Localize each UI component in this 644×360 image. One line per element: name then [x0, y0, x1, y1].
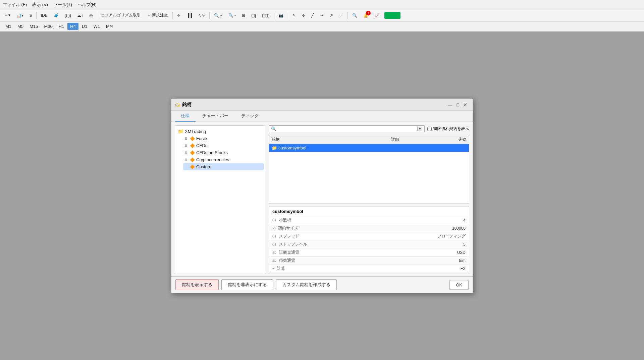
- tree-panel: 📁 XMTrading ⊞ 🔶 Forex ⊞ 🔶 CFD: [175, 125, 265, 273]
- crypto-icon: 🔶: [190, 158, 195, 162]
- market-btn[interactable]: 📈: [372, 11, 382, 20]
- tf-m15[interactable]: M15: [27, 23, 41, 30]
- tree-crypto[interactable]: ⊞ 🔶 Cryptocurrencies: [183, 156, 264, 163]
- sep4: [209, 12, 210, 19]
- info-calc-text: 計算: [277, 266, 285, 271]
- ide-btn[interactable]: IDE: [39, 11, 50, 20]
- custom-icon: 🔶: [190, 165, 195, 169]
- menu-help[interactable]: ヘルプ(H): [77, 2, 97, 8]
- info-spread-text: スプレッド: [279, 234, 299, 238]
- tree-cfds-stocks-label: CFDs on Stocks: [196, 150, 228, 155]
- tab-spec[interactable]: 仕様: [175, 111, 196, 122]
- table-row[interactable]: 📁 customsymbol: [269, 144, 469, 152]
- tf-m30[interactable]: M30: [41, 23, 55, 30]
- arrow2-btn[interactable]: ↗: [327, 11, 335, 20]
- indicator-icon: 📊▾: [16, 13, 23, 18]
- tf-h4[interactable]: H4: [67, 23, 78, 30]
- dialog-footer: 銘柄を表示する 銘柄を非表示にする カスタム銘柄を作成する OK: [171, 276, 473, 293]
- search-icon: 🔍: [271, 126, 276, 131]
- new-order-btn[interactable]: ＋ 銘柄を表示する 新規注文: [145, 11, 170, 20]
- period-sep-btn[interactable]: ◫|: [249, 11, 258, 20]
- tf-h1[interactable]: H1: [56, 23, 67, 30]
- expired-check-label[interactable]: 期限切れ契約を表示: [427, 126, 469, 132]
- info-digits-text: 小数桁: [279, 218, 291, 222]
- dialog-overlay: 🗂 銘柄 — □ ✕ 仕様 チャートバー ティック 📁 XMTra: [0, 32, 644, 360]
- tf-m5[interactable]: M5: [15, 23, 26, 30]
- expired-check-input[interactable]: [427, 127, 432, 131]
- dialog-close-btn[interactable]: ✕: [461, 101, 469, 108]
- zoom-out-btn[interactable]: 🔍-: [226, 11, 238, 20]
- dialog-tabs: 仕様 チャートバー ティック: [171, 111, 473, 122]
- menu-view[interactable]: 表示 (V): [32, 2, 48, 8]
- package-btn[interactable]: 🧳: [51, 11, 61, 20]
- dialog-title-icon: 🗂: [175, 102, 180, 108]
- tf-m1[interactable]: M1: [3, 23, 14, 30]
- sep2: [97, 12, 97, 19]
- radio-icon: ((·)): [65, 13, 71, 18]
- info-calc-label: ≡ 計算: [269, 265, 378, 273]
- menu-tools[interactable]: ツール(T): [53, 2, 72, 8]
- cross-btn[interactable]: ✛: [175, 11, 183, 20]
- upload-btn[interactable]: ☁↑: [75, 11, 86, 20]
- menu-file[interactable]: ファイル (F): [3, 2, 27, 8]
- cursor-icon: ↖: [292, 13, 296, 18]
- info-margin-text: 証拠金通貨: [279, 250, 299, 255]
- tf-w1[interactable]: W1: [91, 23, 103, 30]
- screenshot-btn[interactable]: 📷: [276, 11, 286, 20]
- search-btn[interactable]: 🔍: [350, 11, 360, 20]
- chart-type-btn[interactable]: ～▾: [2, 11, 13, 20]
- grid-btn[interactable]: ⊞: [239, 11, 248, 20]
- root-folder-icon: 📁: [178, 129, 183, 134]
- show-symbol-btn[interactable]: 銘柄を表示する: [175, 279, 219, 290]
- algo-icon: □: [102, 13, 104, 18]
- tab-tick[interactable]: ティック: [235, 111, 265, 122]
- target-btn[interactable]: ◎: [87, 11, 95, 20]
- wave-btn[interactable]: ∿∿: [196, 11, 207, 20]
- info-row-digits: 01 小数桁 4: [269, 216, 469, 224]
- create-custom-btn[interactable]: カスタム銘柄を作成する: [276, 279, 337, 290]
- symbol-name: customsymbol: [278, 145, 306, 150]
- dollar-btn[interactable]: $: [27, 11, 34, 20]
- indicator-btn[interactable]: 📊▾: [14, 11, 26, 20]
- info-row-stop: 01 ストップレベル 5: [269, 240, 469, 249]
- new-order-icon: ＋: [147, 12, 151, 18]
- tf-mn[interactable]: MN: [103, 23, 115, 30]
- dialog-minimize-btn[interactable]: —: [446, 101, 454, 108]
- tree-root[interactable]: 📁 XMTrading: [176, 128, 264, 135]
- tf-d1[interactable]: D1: [79, 23, 90, 30]
- zoom-in-btn[interactable]: 🔍+: [212, 11, 225, 20]
- chart-type-icon: ～▾: [4, 12, 10, 18]
- tree-cfds-stocks[interactable]: ⊞ 🔶 CFDs on Stocks: [183, 149, 264, 156]
- dialog-maximize-btn[interactable]: □: [454, 101, 461, 108]
- tree-custom[interactable]: 🔶 Custom: [183, 163, 264, 170]
- tree-forex[interactable]: ⊞ 🔶 Forex: [183, 135, 264, 142]
- info-stop-icon: 01: [272, 242, 276, 246]
- symbol-dialog: 🗂 銘柄 — □ ✕ 仕様 チャートバー ティック 📁 XMTra: [171, 98, 473, 293]
- period-join-btn[interactable]: ◫◫: [260, 11, 272, 20]
- bar-chart-btn[interactable]: ▐▐: [184, 11, 195, 20]
- tree-crypto-label: Cryptocurrencies: [196, 157, 229, 162]
- sep6: [288, 12, 288, 19]
- search-input[interactable]: [278, 126, 416, 131]
- symbol-detail-cell: [388, 144, 429, 152]
- search-input-wrap: 🔍 ▾: [269, 125, 425, 132]
- col-expiry: 失効: [429, 135, 469, 144]
- cursor-btn[interactable]: ↖: [290, 11, 298, 20]
- ok-btn[interactable]: OK: [449, 280, 469, 290]
- expand-crypto: ⊞: [184, 158, 189, 162]
- info-margin-icon: ab: [272, 250, 276, 254]
- tree-cfds[interactable]: ⊞ 🔶 CFDs: [183, 142, 264, 149]
- hide-symbol-btn[interactable]: 銘柄を非表示にする: [221, 279, 273, 290]
- symbol-table-wrap: 銘柄 詳細 失効 📁 cust: [269, 135, 469, 204]
- search-dropdown-btn[interactable]: ▾: [417, 127, 422, 131]
- line2-btn[interactable]: ⟋: [337, 11, 345, 20]
- crosshair-btn[interactable]: ✛: [300, 11, 308, 20]
- line-btn[interactable]: ╱: [309, 11, 316, 20]
- algo-btn[interactable]: □ □ アルゴリズム取引: [99, 11, 143, 20]
- tab-chartbar[interactable]: チャートバー: [196, 111, 234, 122]
- radio-btn[interactable]: ((·)): [62, 11, 73, 20]
- info-profit-value: tom: [378, 257, 469, 265]
- arrow-btn[interactable]: →: [317, 11, 326, 20]
- info-stop-text: ストップレベル: [279, 242, 307, 246]
- row-folder-icon: 📁: [272, 145, 277, 150]
